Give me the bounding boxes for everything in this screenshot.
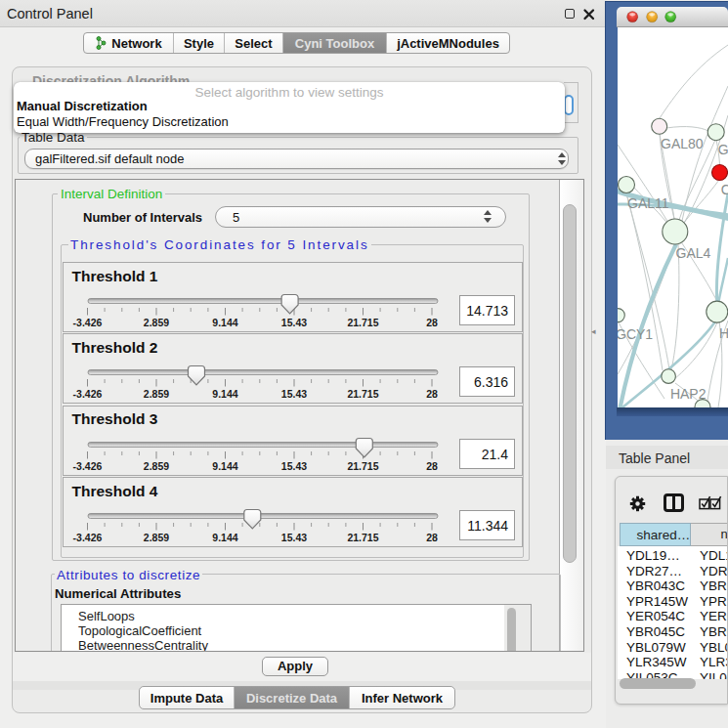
svg-text:HAP2: HAP2 bbox=[670, 386, 707, 402]
svg-text:GA: GA bbox=[718, 142, 728, 157]
svg-text:9.144: 9.144 bbox=[212, 317, 237, 328]
svg-text:28: 28 bbox=[426, 459, 438, 471]
svg-text:GAL11: GAL11 bbox=[627, 195, 669, 211]
svg-text:15.43: 15.43 bbox=[281, 459, 307, 471]
svg-text:C: C bbox=[721, 182, 728, 197]
svg-text:21.715: 21.715 bbox=[347, 388, 378, 400]
svg-text:28: 28 bbox=[426, 388, 438, 400]
svg-text:21.715: 21.715 bbox=[347, 532, 378, 543]
svg-text:2.859: 2.859 bbox=[144, 459, 169, 471]
svg-text:21.715: 21.715 bbox=[347, 459, 378, 471]
svg-text:21.715: 21.715 bbox=[347, 317, 378, 328]
svg-text:2.859: 2.859 bbox=[144, 388, 169, 400]
svg-text:GAL80: GAL80 bbox=[661, 136, 704, 151]
svg-text:2.859: 2.859 bbox=[144, 317, 169, 328]
svg-text:15.43: 15.43 bbox=[281, 317, 307, 328]
svg-text:-3.426: -3.426 bbox=[73, 388, 103, 400]
svg-text:H: H bbox=[719, 325, 728, 341]
svg-text:15.43: 15.43 bbox=[281, 388, 307, 400]
svg-text:-3.426: -3.426 bbox=[73, 317, 103, 328]
svg-text:9.144: 9.144 bbox=[212, 532, 237, 543]
svg-text:-3.426: -3.426 bbox=[73, 459, 103, 471]
svg-text:15.43: 15.43 bbox=[281, 532, 307, 543]
svg-text:28: 28 bbox=[426, 317, 438, 328]
svg-text:GAL4: GAL4 bbox=[676, 245, 711, 261]
svg-text:28: 28 bbox=[426, 532, 438, 543]
svg-text:GCY1: GCY1 bbox=[618, 326, 653, 342]
svg-text:9.144: 9.144 bbox=[212, 388, 237, 400]
svg-text:9.144: 9.144 bbox=[212, 459, 237, 471]
svg-text:-3.426: -3.426 bbox=[73, 532, 103, 543]
svg-text:2.859: 2.859 bbox=[144, 532, 169, 543]
